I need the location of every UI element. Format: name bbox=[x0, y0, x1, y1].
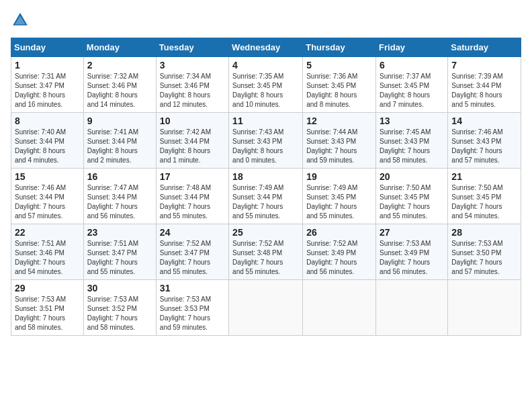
day-info-text: Sunrise: 7:46 AM Sunset: 3:43 PM Dayligh… bbox=[451, 128, 517, 165]
day-info-text: Sunrise: 7:44 AM Sunset: 3:43 PM Dayligh… bbox=[306, 128, 372, 165]
calendar-cell: 11Sunrise: 7:43 AM Sunset: 3:43 PM Dayli… bbox=[229, 113, 303, 169]
logo bbox=[11, 11, 32, 30]
day-header-thursday: Thursday bbox=[303, 38, 376, 57]
day-info-text: Sunrise: 7:39 AM Sunset: 3:44 PM Dayligh… bbox=[451, 72, 517, 109]
day-info-text: Sunrise: 7:47 AM Sunset: 3:44 PM Dayligh… bbox=[87, 183, 152, 221]
calendar-cell: 10Sunrise: 7:42 AM Sunset: 3:44 PM Dayli… bbox=[156, 113, 228, 169]
day-number: 12 bbox=[306, 116, 372, 126]
calendar-cell: 27Sunrise: 7:53 AM Sunset: 3:49 PM Dayli… bbox=[376, 224, 448, 280]
calendar-cell: 19Sunrise: 7:49 AM Sunset: 3:45 PM Dayli… bbox=[303, 169, 376, 224]
day-header-saturday: Saturday bbox=[448, 38, 521, 57]
calendar-cell: 3Sunrise: 7:34 AM Sunset: 3:46 PM Daylig… bbox=[156, 57, 228, 113]
day-info-text: Sunrise: 7:48 AM Sunset: 3:44 PM Dayligh… bbox=[160, 183, 225, 221]
calendar-cell: 20Sunrise: 7:50 AM Sunset: 3:45 PM Dayli… bbox=[376, 169, 448, 224]
day-number: 27 bbox=[380, 227, 444, 238]
calendar-cell: 14Sunrise: 7:46 AM Sunset: 3:43 PM Dayli… bbox=[448, 113, 521, 169]
calendar-cell: 23Sunrise: 7:51 AM Sunset: 3:47 PM Dayli… bbox=[83, 224, 156, 280]
day-info-text: Sunrise: 7:31 AM Sunset: 3:47 PM Dayligh… bbox=[15, 72, 80, 109]
calendar-cell: 8Sunrise: 7:40 AM Sunset: 3:44 PM Daylig… bbox=[11, 113, 84, 169]
day-number: 20 bbox=[380, 171, 444, 182]
calendar-cell: 15Sunrise: 7:46 AM Sunset: 3:44 PM Dayli… bbox=[11, 169, 84, 224]
day-info-text: Sunrise: 7:49 AM Sunset: 3:44 PM Dayligh… bbox=[232, 183, 299, 221]
day-number: 17 bbox=[160, 171, 225, 182]
day-number: 2 bbox=[87, 60, 152, 71]
day-info-text: Sunrise: 7:43 AM Sunset: 3:43 PM Dayligh… bbox=[232, 128, 299, 165]
calendar-cell bbox=[376, 280, 448, 336]
calendar-cell: 22Sunrise: 7:51 AM Sunset: 3:46 PM Dayli… bbox=[11, 224, 84, 280]
day-number: 18 bbox=[232, 171, 299, 182]
day-info-text: Sunrise: 7:52 AM Sunset: 3:48 PM Dayligh… bbox=[232, 239, 299, 277]
calendar-cell bbox=[229, 280, 303, 336]
calendar-cell: 24Sunrise: 7:52 AM Sunset: 3:47 PM Dayli… bbox=[156, 224, 228, 280]
day-number: 14 bbox=[451, 116, 517, 126]
day-info-text: Sunrise: 7:50 AM Sunset: 3:45 PM Dayligh… bbox=[380, 183, 444, 221]
day-number: 6 bbox=[380, 60, 444, 71]
day-info-text: Sunrise: 7:32 AM Sunset: 3:46 PM Dayligh… bbox=[87, 72, 152, 109]
day-number: 23 bbox=[87, 227, 152, 238]
day-number: 28 bbox=[451, 227, 517, 238]
calendar-cell: 13Sunrise: 7:45 AM Sunset: 3:43 PM Dayli… bbox=[376, 113, 448, 169]
day-info-text: Sunrise: 7:35 AM Sunset: 3:45 PM Dayligh… bbox=[232, 72, 299, 109]
day-number: 1 bbox=[15, 60, 80, 71]
calendar-cell: 26Sunrise: 7:52 AM Sunset: 3:49 PM Dayli… bbox=[303, 224, 376, 280]
day-number: 25 bbox=[232, 227, 299, 238]
day-number: 31 bbox=[160, 283, 225, 293]
day-info-text: Sunrise: 7:36 AM Sunset: 3:45 PM Dayligh… bbox=[306, 72, 372, 109]
calendar-cell: 30Sunrise: 7:53 AM Sunset: 3:52 PM Dayli… bbox=[83, 280, 156, 336]
day-info-text: Sunrise: 7:45 AM Sunset: 3:43 PM Dayligh… bbox=[380, 128, 444, 165]
day-number: 8 bbox=[15, 116, 80, 126]
day-number: 24 bbox=[160, 227, 225, 238]
day-info-text: Sunrise: 7:51 AM Sunset: 3:47 PM Dayligh… bbox=[87, 239, 152, 277]
calendar-cell: 21Sunrise: 7:50 AM Sunset: 3:45 PM Dayli… bbox=[448, 169, 521, 224]
day-info-text: Sunrise: 7:51 AM Sunset: 3:46 PM Dayligh… bbox=[15, 239, 80, 277]
day-header-wednesday: Wednesday bbox=[229, 38, 303, 57]
day-info-text: Sunrise: 7:34 AM Sunset: 3:46 PM Dayligh… bbox=[160, 72, 225, 109]
day-number: 16 bbox=[87, 171, 152, 182]
day-info-text: Sunrise: 7:50 AM Sunset: 3:45 PM Dayligh… bbox=[451, 183, 517, 221]
day-info-text: Sunrise: 7:53 AM Sunset: 3:50 PM Dayligh… bbox=[451, 239, 517, 277]
calendar-cell bbox=[448, 280, 521, 336]
day-info-text: Sunrise: 7:41 AM Sunset: 3:44 PM Dayligh… bbox=[87, 128, 152, 165]
day-info-text: Sunrise: 7:42 AM Sunset: 3:44 PM Dayligh… bbox=[160, 128, 225, 165]
day-header-tuesday: Tuesday bbox=[156, 38, 228, 57]
day-info-text: Sunrise: 7:53 AM Sunset: 3:52 PM Dayligh… bbox=[87, 295, 152, 332]
calendar-cell: 6Sunrise: 7:37 AM Sunset: 3:45 PM Daylig… bbox=[376, 57, 448, 113]
calendar-cell: 12Sunrise: 7:44 AM Sunset: 3:43 PM Dayli… bbox=[303, 113, 376, 169]
calendar-cell: 2Sunrise: 7:32 AM Sunset: 3:46 PM Daylig… bbox=[83, 57, 156, 113]
calendar-cell: 7Sunrise: 7:39 AM Sunset: 3:44 PM Daylig… bbox=[448, 57, 521, 113]
calendar-cell: 4Sunrise: 7:35 AM Sunset: 3:45 PM Daylig… bbox=[229, 57, 303, 113]
page-header bbox=[11, 11, 521, 30]
calendar-cell bbox=[303, 280, 376, 336]
calendar-cell: 1Sunrise: 7:31 AM Sunset: 3:47 PM Daylig… bbox=[11, 57, 84, 113]
day-info-text: Sunrise: 7:53 AM Sunset: 3:49 PM Dayligh… bbox=[380, 239, 444, 277]
day-info-text: Sunrise: 7:46 AM Sunset: 3:44 PM Dayligh… bbox=[15, 183, 80, 221]
calendar-cell: 16Sunrise: 7:47 AM Sunset: 3:44 PM Dayli… bbox=[83, 169, 156, 224]
day-number: 21 bbox=[451, 171, 517, 182]
day-info-text: Sunrise: 7:40 AM Sunset: 3:44 PM Dayligh… bbox=[15, 128, 80, 165]
day-header-friday: Friday bbox=[376, 38, 448, 57]
day-info-text: Sunrise: 7:52 AM Sunset: 3:47 PM Dayligh… bbox=[160, 239, 225, 277]
day-number: 26 bbox=[306, 227, 372, 238]
day-number: 19 bbox=[306, 171, 372, 182]
day-number: 10 bbox=[160, 116, 225, 126]
day-number: 11 bbox=[232, 116, 299, 126]
day-number: 3 bbox=[160, 60, 225, 71]
calendar-table: SundayMondayTuesdayWednesdayThursdayFrid… bbox=[11, 38, 521, 336]
day-info-text: Sunrise: 7:52 AM Sunset: 3:49 PM Dayligh… bbox=[306, 239, 372, 277]
calendar-cell: 31Sunrise: 7:53 AM Sunset: 3:53 PM Dayli… bbox=[156, 280, 228, 336]
calendar-cell: 18Sunrise: 7:49 AM Sunset: 3:44 PM Dayli… bbox=[229, 169, 303, 224]
calendar-cell: 9Sunrise: 7:41 AM Sunset: 3:44 PM Daylig… bbox=[83, 113, 156, 169]
logo-icon bbox=[11, 11, 30, 30]
day-number: 4 bbox=[232, 60, 299, 71]
day-number: 30 bbox=[87, 283, 152, 293]
day-info-text: Sunrise: 7:53 AM Sunset: 3:51 PM Dayligh… bbox=[15, 295, 80, 332]
day-number: 15 bbox=[15, 171, 80, 182]
day-number: 29 bbox=[15, 283, 80, 293]
calendar-cell: 5Sunrise: 7:36 AM Sunset: 3:45 PM Daylig… bbox=[303, 57, 376, 113]
calendar-cell: 25Sunrise: 7:52 AM Sunset: 3:48 PM Dayli… bbox=[229, 224, 303, 280]
day-header-sunday: Sunday bbox=[11, 38, 84, 57]
calendar-cell: 17Sunrise: 7:48 AM Sunset: 3:44 PM Dayli… bbox=[156, 169, 228, 224]
day-number: 22 bbox=[15, 227, 80, 238]
day-info-text: Sunrise: 7:53 AM Sunset: 3:53 PM Dayligh… bbox=[160, 295, 225, 332]
calendar-cell: 28Sunrise: 7:53 AM Sunset: 3:50 PM Dayli… bbox=[448, 224, 521, 280]
